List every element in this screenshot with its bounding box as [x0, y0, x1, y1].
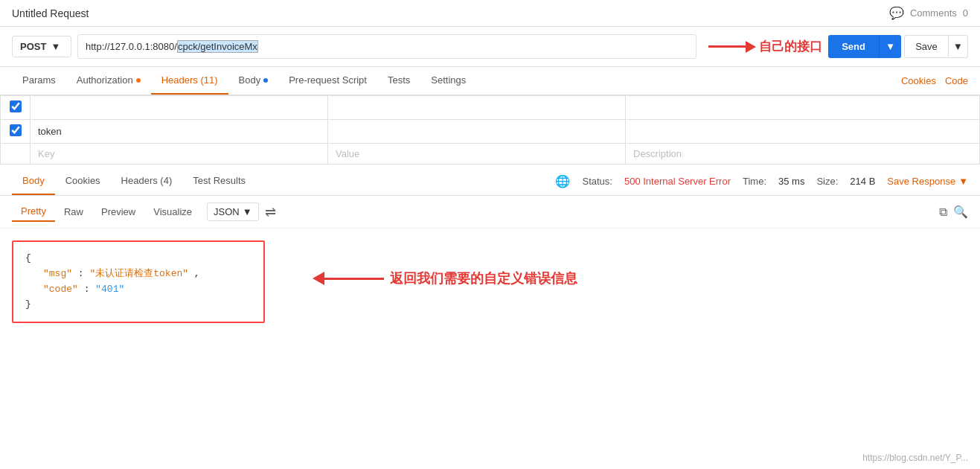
globe-icon: 🌐 [555, 174, 570, 188]
method-select[interactable]: POST ▼ [12, 36, 71, 57]
row2-checkbox[interactable] [10, 124, 22, 136]
response-area: { "msg" : "未认证请检查token" , "code" : "401"… [0, 229, 980, 335]
format-tab-pretty[interactable]: Pretty [12, 202, 55, 222]
body-arrow-line [324, 278, 384, 280]
comments-icon: 💬 [889, 6, 904, 20]
copy-icon[interactable]: ⧉ [939, 205, 947, 219]
json-colon-1: : [78, 268, 90, 279]
response-tabs-bar: Body Cookies Headers (4) Test Results 🌐 … [0, 168, 980, 196]
row1-checkbox[interactable] [10, 100, 22, 112]
key-cell-1 [31, 96, 328, 120]
save-button[interactable]: Save [904, 35, 949, 58]
tab-pre-request[interactable]: Pre-request Script [278, 67, 377, 95]
json-code-line: "code" : "401" [43, 282, 252, 298]
url-container: http://127.0.0.1:8080/cpck/getInvoiceMx [77, 34, 696, 59]
checkbox-cell-3 [1, 144, 31, 165]
status-label: Status: [582, 176, 612, 187]
response-body: { "msg" : "未认证请检查token" , "code" : "401"… [0, 229, 980, 335]
save-response-label: Save Response [887, 176, 955, 187]
tab-body[interactable]: Body [228, 67, 279, 95]
json-code-value: "401" [95, 284, 124, 295]
format-tab-preview[interactable]: Preview [92, 202, 144, 222]
tab-tests-label: Tests [388, 74, 410, 86]
response-tab-test-results[interactable]: Test Results [182, 168, 256, 195]
format-left: Pretty Raw Preview Visualize JSON ▼ ⇌ [12, 202, 276, 222]
json-code-key: "code" [43, 284, 78, 295]
json-close-brace: } [25, 297, 252, 313]
format-type-select[interactable]: JSON ▼ [207, 202, 259, 221]
arrow-line [708, 45, 746, 48]
code-link[interactable]: Code [945, 75, 968, 86]
table-row: token [1, 120, 980, 144]
value-placeholder: Value [336, 148, 359, 159]
desc-placeholder-cell: Description [626, 144, 980, 165]
json-colon-2: : [84, 284, 96, 295]
tab-params[interactable]: Params [12, 67, 66, 95]
url-input[interactable]: http://127.0.0.1:8080/cpck/getInvoiceMx [78, 35, 696, 58]
save-response-chevron: ▼ [958, 176, 968, 187]
request-tabs-bar: Params Authorization Headers (11) Body P… [0, 67, 980, 95]
json-comma-1: , [194, 268, 200, 279]
send-save-group: Send ▼ Save ▼ [828, 35, 968, 58]
json-response-box: { "msg" : "未认证请检查token" , "code" : "401"… [12, 240, 265, 323]
value-cell-2[interactable] [328, 120, 626, 144]
comments-count: 0 [963, 7, 968, 19]
format-tab-visualize[interactable]: Visualize [144, 202, 201, 222]
response-icons: ⧉ 🔍 [939, 205, 968, 219]
request-tabs-left: Params Authorization Headers (11) Body P… [12, 67, 476, 95]
desc-placeholder: Description [633, 148, 682, 159]
save-response-button[interactable]: Save Response ▼ [887, 176, 968, 187]
wrap-icon[interactable]: ⇌ [265, 204, 276, 220]
url-annotation-text: 自己的接口 [759, 38, 822, 55]
tab-body-label: Body [239, 74, 261, 86]
key-cell-2[interactable]: token [31, 120, 328, 144]
body-arrow [313, 272, 384, 285]
json-msg-value: "未认证请检查token" [89, 268, 188, 279]
body-dot [263, 78, 268, 83]
tab-authorization[interactable]: Authorization [66, 67, 151, 95]
comments-area: 💬 Comments 0 [889, 6, 968, 20]
format-type-chevron: ▼ [243, 206, 252, 217]
url-arrow [708, 41, 756, 53]
json-msg-key: "msg" [43, 268, 72, 279]
response-meta: 🌐 Status: 500 Internal Server Error Time… [555, 174, 968, 188]
response-tab-headers[interactable]: Headers (4) [111, 168, 183, 195]
size-value: 214 B [850, 176, 875, 187]
time-label: Time: [743, 176, 766, 187]
response-test-results-label: Test Results [193, 175, 246, 186]
arrow-head [746, 41, 756, 53]
response-tab-body[interactable]: Body [12, 168, 55, 195]
value-cell-1 [328, 96, 626, 120]
tab-settings[interactable]: Settings [420, 67, 476, 95]
tab-tests[interactable]: Tests [377, 67, 420, 95]
body-arrow-head [313, 272, 324, 285]
send-button[interactable]: Send [828, 35, 879, 58]
tab-pre-request-label: Pre-request Script [289, 74, 367, 86]
save-dropdown-button[interactable]: ▼ [949, 35, 968, 58]
json-open-brace: { [25, 251, 252, 267]
value-placeholder-cell[interactable]: Value [328, 144, 626, 165]
headers-section: token Key Value Description [0, 95, 980, 165]
send-dropdown-button[interactable]: ▼ [879, 35, 901, 58]
request-bar: POST ▼ http://127.0.0.1:8080/cpck/getInv… [0, 27, 980, 67]
title-bar: Untitled Request 💬 Comments 0 [0, 0, 980, 27]
headers-table: token Key Value Description [0, 95, 980, 165]
checkbox-cell-1 [1, 96, 31, 120]
format-tab-raw[interactable]: Raw [55, 202, 92, 222]
request-title: Untitled Request [12, 7, 89, 19]
desc-cell-1 [626, 96, 980, 120]
format-tabs: Pretty Raw Preview Visualize [12, 202, 201, 222]
search-icon[interactable]: 🔍 [953, 205, 968, 219]
cookies-link[interactable]: Cookies [901, 75, 936, 86]
key-placeholder-cell[interactable]: Key [31, 144, 328, 165]
desc-cell-2 [626, 120, 980, 144]
response-format-bar: Pretty Raw Preview Visualize JSON ▼ ⇌ ⧉ … [0, 196, 980, 229]
key-placeholder: Key [38, 148, 54, 159]
authorization-dot [136, 78, 141, 83]
response-tab-cookies[interactable]: Cookies [55, 168, 111, 195]
checkbox-cell-2 [1, 120, 31, 144]
response-headers-label: Headers (4) [121, 175, 173, 186]
tab-headers[interactable]: Headers (11) [151, 67, 228, 95]
format-type-label: JSON [214, 206, 240, 217]
tab-params-label: Params [22, 74, 56, 86]
